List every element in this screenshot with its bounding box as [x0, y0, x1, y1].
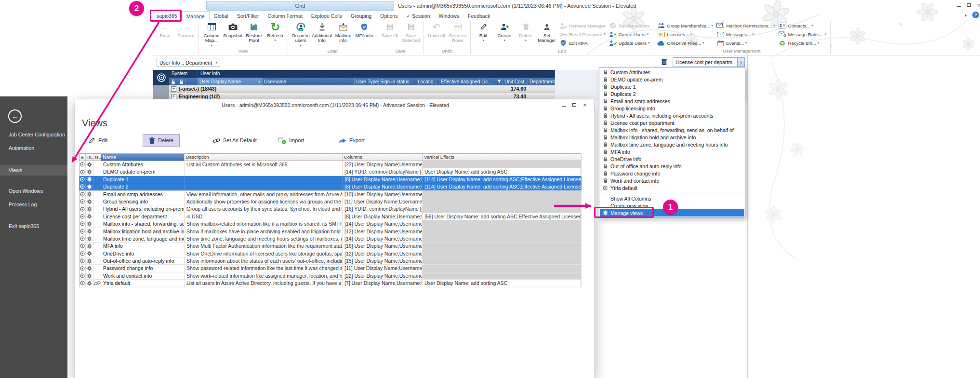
edit-button[interactable]: Edit	[82, 134, 114, 147]
gear-icon[interactable]	[86, 205, 93, 212]
grid-column-header-username[interactable]: Username	[263, 78, 355, 85]
grid-lock-column-header[interactable]	[169, 78, 177, 85]
menu-item-hybrid-all-users-including-on-prem-accounts[interactable]: Hybrid - All users, including on-prem ac…	[600, 112, 744, 119]
mfa-info-button[interactable]: MFA info	[354, 21, 374, 38]
sidebar-item-views[interactable]: Views	[0, 165, 67, 176]
delete-view-button[interactable]	[661, 58, 667, 66]
views-table-row-password-change-info[interactable]: Password change infoShow password-relate…	[79, 265, 581, 272]
grid-column-header-unit-cost[interactable]: Unit Cost...	[503, 78, 528, 85]
snapshot-button[interactable]: Snapshot	[223, 21, 243, 38]
sidebar-item-open-windows[interactable]: Open Windows	[0, 186, 67, 196]
views-table-row-mailbox-litigation-hold-and-archive-info[interactable]: Mailbox litigation hold and archive info…	[79, 228, 581, 235]
gear-icon[interactable]	[86, 220, 93, 227]
views-table-header-columns[interactable]: Columns	[343, 154, 423, 161]
recycle-bin-button[interactable]: ♻Recycle Bin...▾	[778, 39, 827, 47]
set-as-default-button[interactable]: Set As Default	[207, 134, 263, 147]
menu-item-duplicate-1[interactable]: Duplicate 1	[600, 83, 744, 90]
mailbox-info-button[interactable]: Mailbox info	[333, 21, 353, 43]
gear-icon[interactable]	[86, 235, 93, 242]
gear-icon[interactable]	[86, 243, 93, 249]
views-table-row-license-cost-per-department[interactable]: License cost per departmentin USD[8] Use…	[79, 213, 581, 220]
onedrive-files-button[interactable]: OneDrive Files...▾	[657, 39, 713, 47]
remove-manager-button[interactable]: Remove Manager	[559, 21, 606, 30]
messages-button[interactable]: Messages...▾	[716, 30, 775, 39]
view-selector-combo[interactable]: License cost per departm ▾	[673, 57, 745, 67]
gear-icon[interactable]	[86, 272, 93, 279]
gear-icon[interactable]	[86, 168, 93, 175]
gear-icon[interactable]	[86, 213, 93, 220]
maximize-button[interactable]	[965, 1, 973, 9]
expand-icon[interactable]: +	[171, 86, 176, 92]
views-table-header-lock[interactable]	[79, 154, 86, 161]
menu-item-mailbox-litigation-hold-and-archive-info[interactable]: Mailbox litigation hold and archive info	[600, 134, 744, 141]
delete-button[interactable]: Delete▾	[516, 21, 536, 42]
tab-options[interactable]: Options	[376, 11, 402, 21]
grid-column-header-department[interactable]: Department	[528, 78, 555, 85]
views-table-header-name[interactable]: Name	[101, 154, 185, 161]
close-button[interactable]: ×	[580, 101, 589, 108]
selected-rows-button[interactable]: Selected Rows	[448, 21, 468, 43]
gear-icon[interactable]	[86, 191, 93, 198]
views-table-row-group-licensing-info[interactable]: Group licensing infoAdditionally show pr…	[79, 198, 581, 205]
menu-item-work-and-contact-info[interactable]: Work and contact info	[600, 177, 744, 184]
tab-sort-filter[interactable]: Sort/Filter	[233, 11, 264, 21]
menu-item-custom-attributes[interactable]: Custom Attributes	[600, 68, 744, 76]
message-rules-button[interactable]: Message Rules...▾	[778, 30, 827, 39]
minimize-button[interactable]	[954, 1, 963, 9]
views-table-row-duplicate-2[interactable]: Duplicate 2[8] User Display Name;Usernam…	[79, 183, 581, 190]
minimize-button[interactable]	[559, 101, 568, 108]
tab-feedback[interactable]: Feedback	[464, 11, 494, 21]
gear-icon[interactable]	[86, 198, 93, 205]
views-table-row-duplicate-1[interactable]: Duplicate 1[8] User Display Name;Usernam…	[79, 176, 581, 183]
views-table-header-is[interactable]: Is...	[93, 154, 101, 161]
on-prem-users-button[interactable]: On-prem users▾	[291, 21, 311, 47]
group-membership-button[interactable]: Group Membership...▾	[657, 21, 713, 30]
menu-item-mfa-info[interactable]: MFA info	[600, 148, 744, 155]
close-button[interactable]: ×	[975, 1, 980, 9]
tab-manage[interactable]: Manage	[182, 11, 210, 21]
views-table-header-vertical-effects[interactable]: Vertical Effects	[423, 154, 582, 161]
edit-button[interactable]: Edit▾	[473, 21, 493, 42]
gear-icon[interactable]	[86, 257, 93, 264]
delete-button[interactable]: Delete	[143, 134, 180, 147]
save-selected-button[interactable]: Save Selected	[401, 21, 421, 43]
menu-item-password-change-info[interactable]: Password change info	[600, 170, 744, 177]
gear-icon[interactable]	[86, 176, 93, 183]
gear-icon[interactable]	[86, 280, 93, 286]
views-table-row-mailbox-info-shared-forwarding-send[interactable]: Mailbox info - shared, forwarding, sendS…	[79, 220, 581, 228]
gear-icon[interactable]	[86, 161, 93, 168]
gear-icon[interactable]	[86, 183, 93, 190]
menu-item-out-of-office-and-auto-reply-info[interactable]: Out-of-office and auto-reply info	[600, 162, 744, 170]
views-table-row-hybrid-all-users-including-on-prem-ac[interactable]: Hybrid - All users, including on-prem ac…	[79, 205, 581, 213]
views-table-header-description[interactable]: Description	[185, 154, 343, 161]
menu-item-group-licensing-info[interactable]: Group licensing info	[600, 105, 744, 112]
grid-column-header-sign-in-status[interactable]: Sign-in status	[379, 78, 416, 85]
grid-empty-column-header[interactable]	[185, 78, 198, 85]
column-map-button[interactable]: Column Map...▾	[201, 21, 222, 47]
back-button[interactable]: ←	[8, 109, 22, 123]
sidebar-item-automation[interactable]: Automation	[0, 143, 67, 153]
edit-mfa-button[interactable]: Edit MFA	[559, 39, 606, 47]
menu-item-license-cost-per-department[interactable]: License cost per department	[600, 119, 744, 126]
views-table-row-email-and-smtp-addresses[interactable]: Email and smtp addressesView email infor…	[79, 191, 581, 198]
menu-item-ytria-default[interactable]: Ytria default	[600, 184, 744, 191]
tab-explode-cells[interactable]: Explode Cells	[307, 11, 346, 21]
restore-point-button[interactable]: Restore Point	[244, 21, 264, 43]
additional-info-button[interactable]: Additional Info	[312, 21, 332, 43]
sidebar-item-exit-sapio365[interactable]: Exit sapio365	[0, 221, 67, 231]
forward-button[interactable]: →Forward	[176, 21, 196, 38]
menu-item-email-and-smtp-addresses[interactable]: Email and smtp addresses	[600, 97, 744, 105]
views-table-row-ytria-default[interactable]: Ytria defaultList all users in Azure Act…	[79, 280, 581, 287]
ribbon-collapse-button[interactable]: ▴	[965, 13, 967, 17]
import-button[interactable]: Import	[272, 134, 310, 147]
views-table-row-mailbox-time-zone-language-and-meeti[interactable]: Mailbox time zone, language and meetiSho…	[79, 235, 581, 243]
events-button[interactable]: Events...▾	[716, 39, 775, 47]
tab-session[interactable]: ✓ Session	[402, 11, 434, 21]
views-table-header-is[interactable]: Is...	[86, 154, 93, 161]
grid-column-header-effective-assigned-lic[interactable]: Effective Assigned Lic...	[439, 78, 503, 85]
sidebar-item-process-log[interactable]: Process Log	[0, 199, 67, 210]
grid-column-header-user-display-name[interactable]: User Display Name▲	[198, 78, 263, 85]
menu-item-onedrive-info[interactable]: OneDrive info	[600, 155, 744, 162]
reset-password-button[interactable]: Reset Password▾	[559, 30, 606, 39]
grid-lock-column-header[interactable]	[177, 78, 185, 85]
